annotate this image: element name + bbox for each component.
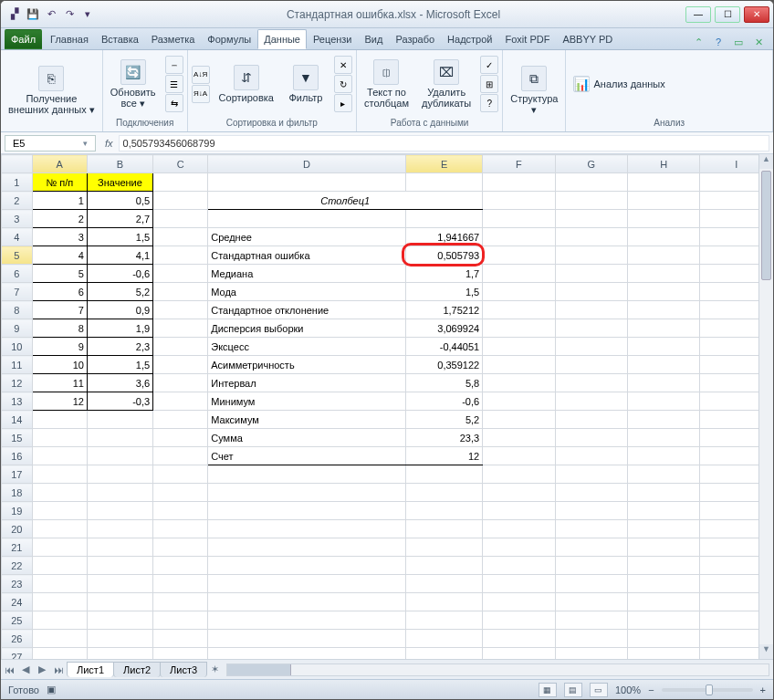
help-icon[interactable]: ? [711,35,726,49]
cell-H11[interactable] [628,356,700,374]
tab-addins[interactable]: Надстрой [441,29,498,49]
cell-H1[interactable] [628,173,700,192]
cell-G20[interactable] [555,520,627,538]
col-header-A[interactable]: A [32,155,87,173]
cell-F25[interactable] [483,611,555,630]
row-header-25[interactable]: 25 [2,611,33,630]
cell-G14[interactable] [555,411,627,429]
row-header-27[interactable]: 27 [2,648,33,660]
cell-G15[interactable] [555,429,627,447]
refresh-all-button[interactable]: 🔄 Обновить все ▾ [107,57,160,111]
cell-A20[interactable] [32,520,87,538]
cell-A25[interactable] [32,611,87,630]
cell-A21[interactable] [32,538,87,557]
remove-duplicates-button[interactable]: ⌧ Удалить дубликаты [418,57,475,110]
view-layout-button[interactable]: ▤ [564,683,582,697]
row-header-5[interactable]: 5 [2,246,33,265]
zoom-out-button[interactable]: − [648,684,654,695]
sheet-nav-prev-icon[interactable]: ◀ [17,662,34,678]
minimize-button[interactable]: — [685,6,711,23]
view-pagebreak-button[interactable]: ▭ [590,683,608,697]
cell-C27[interactable] [153,648,208,660]
redo-icon[interactable]: ↷ [61,6,78,23]
sheet-nav-next-icon[interactable]: ▶ [34,662,50,678]
row-header-21[interactable]: 21 [2,538,33,557]
cell-E24[interactable] [405,593,482,611]
cell-H25[interactable] [628,611,700,630]
cell-B26[interactable] [87,630,152,648]
advanced-filter-button[interactable]: ▸ [334,94,352,112]
cell-E9[interactable]: 3,069924 [405,319,482,338]
cell-C3[interactable] [153,210,208,228]
row-header-26[interactable]: 26 [2,630,33,648]
cell-H8[interactable] [628,301,700,319]
vertical-scrollbar[interactable]: ▲ ▼ [758,154,773,659]
cell-F2[interactable] [483,192,555,210]
cell-H3[interactable] [628,210,700,228]
cell-A12[interactable]: 11 [32,374,87,392]
cell-A4[interactable]: 3 [32,228,87,246]
cell-C15[interactable] [153,429,208,447]
filter-button[interactable]: ▼ Фильтр [283,63,329,105]
tab-abbyy[interactable]: ABBYY PD [556,29,619,49]
cell-G3[interactable] [555,210,627,228]
cell-G9[interactable] [555,319,627,338]
cell-C13[interactable] [153,392,208,411]
tab-insert[interactable]: Вставка [95,29,145,49]
cell-E5[interactable]: 0,505793 [405,246,482,265]
cell-E19[interactable] [405,502,482,520]
cell-C19[interactable] [153,502,208,520]
row-header-3[interactable]: 3 [2,210,33,228]
cell-H23[interactable] [628,575,700,593]
cell-F8[interactable] [483,301,555,319]
sort-za-button[interactable]: Я↓A [192,85,210,103]
cell-B1[interactable]: Значение [87,173,152,192]
cell-E10[interactable]: -0,44051 [405,338,482,356]
cell-E20[interactable] [405,520,482,538]
cell-H22[interactable] [628,557,700,575]
cell-E21[interactable] [405,538,482,557]
namebox-dropdown-icon[interactable]: ▾ [83,139,88,148]
cell-A11[interactable]: 10 [32,356,87,374]
row-header-23[interactable]: 23 [2,575,33,593]
cell-D5[interactable]: Стандартная ошибка [208,246,406,265]
cell-A16[interactable] [32,447,87,465]
get-external-data-button[interactable]: ⎘ Получение внешних данных ▾ [5,64,99,118]
cell-F26[interactable] [483,630,555,648]
properties-button[interactable]: ☰ [165,75,183,93]
cell-F10[interactable] [483,338,555,356]
minimize-ribbon-icon[interactable]: ⌃ [691,35,706,49]
cell-D20[interactable] [208,520,406,538]
cell-G19[interactable] [555,502,627,520]
cell-E6[interactable]: 1,7 [405,265,482,283]
cell-C10[interactable] [153,338,208,356]
horizontal-scrollbar[interactable] [226,663,769,676]
cell-C20[interactable] [153,520,208,538]
row-header-24[interactable]: 24 [2,593,33,611]
sheet-nav-first-icon[interactable]: ⏮ [1,662,17,678]
cell-D19[interactable] [208,502,406,520]
tab-foxit[interactable]: Foxit PDF [499,29,557,49]
cell-G16[interactable] [555,447,627,465]
cell-F13[interactable] [483,392,555,411]
cell-B8[interactable]: 0,9 [87,301,152,319]
cell-E7[interactable]: 1,5 [405,283,482,301]
cell-H13[interactable] [628,392,700,411]
cell-A19[interactable] [32,502,87,520]
cell-C18[interactable] [153,484,208,502]
cell-E3[interactable] [405,210,482,228]
cell-F9[interactable] [483,319,555,338]
cell-A22[interactable] [32,557,87,575]
cell-F17[interactable] [483,465,555,484]
cell-A15[interactable] [32,429,87,447]
cell-D7[interactable]: Мода [208,283,406,301]
cell-E4[interactable]: 1,941667 [405,228,482,246]
cell-F1[interactable] [483,173,555,192]
cell-A9[interactable]: 8 [32,319,87,338]
row-header-6[interactable]: 6 [2,265,33,283]
cell-E17[interactable] [405,465,482,484]
cell-G17[interactable] [555,465,627,484]
cell-G5[interactable] [555,246,627,265]
cell-D17[interactable] [208,465,406,484]
cell-H4[interactable] [628,228,700,246]
